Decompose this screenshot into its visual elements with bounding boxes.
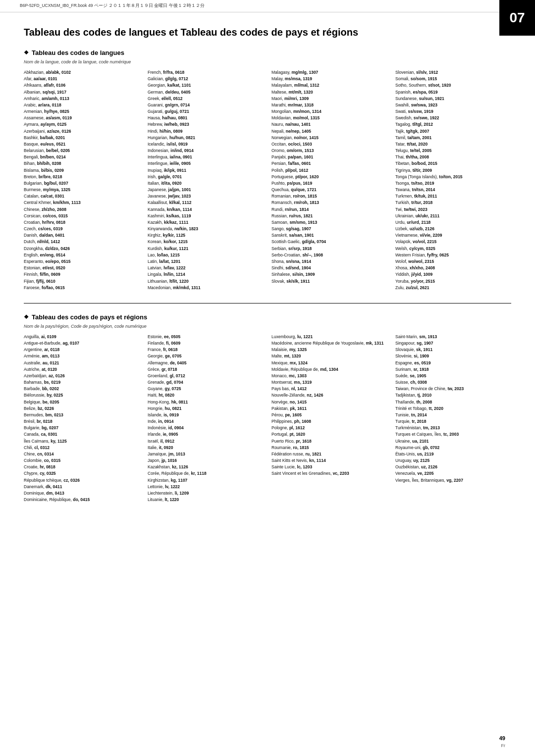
list-item: Fédération russe, ru, 1821 <box>271 451 387 457</box>
list-item: Haïti, ht, 0820 <box>148 392 264 399</box>
list-item: Estonian, et/est, 0520 <box>24 265 140 271</box>
list-item: French, fr/fra, 0618 <box>148 69 264 76</box>
country-col-3: Luxembourg, lu, 1221Macédoine, ancienne … <box>271 334 387 503</box>
list-item: Romanian, ro/ron, 1815 <box>271 193 387 200</box>
list-item: Swahili, sw/swa, 1923 <box>395 102 511 108</box>
list-item: Maori, mi/mri, 1309 <box>271 96 387 102</box>
list-item: Amharic, am/amh, 0113 <box>24 96 140 102</box>
list-item: Albanian, sq/sqi, 1917 <box>24 89 140 96</box>
list-item: Îles Caïmans, ky, 1125 <box>24 438 140 445</box>
list-item: Bulgarian, bg/bul, 0207 <box>24 180 140 187</box>
list-item: Sanskrit, sa/san, 1901 <box>271 232 387 239</box>
lang-col-1: Abkhazian, ab/abk, 0102Afar, aa/aar, 010… <box>24 69 140 291</box>
list-item: Montserrat, ms, 1319 <box>271 379 387 386</box>
list-item: Lingala, ln/lin, 1214 <box>148 271 264 278</box>
list-item: Tamil, ta/tam, 2001 <box>395 135 511 141</box>
section-separator <box>24 303 511 303</box>
list-item: Trinité et Tobago, tt, 2020 <box>395 405 511 412</box>
list-item: Ukraine, ua, 2101 <box>395 438 511 445</box>
list-item: Biélorussie, by, 0225 <box>24 392 140 399</box>
list-item: Aymara, ay/aym, 0125 <box>24 121 140 128</box>
list-item: Catalan, ca/cat, 0301 <box>24 193 140 200</box>
list-item: Georgie, ge, 0705 <box>148 353 264 359</box>
list-item: Tsonga, ts/tso, 2019 <box>395 180 511 187</box>
list-item: Lithuanian, lt/lit, 1220 <box>148 278 264 285</box>
list-item: Dominique, dm, 0413 <box>24 490 140 497</box>
list-item: Oromo, om/orm, 1513 <box>271 148 387 154</box>
list-item: Taiwan, Province de Chine, tw, 2023 <box>395 386 511 392</box>
list-item: Volapük, vo/vol, 2215 <box>395 239 511 245</box>
list-item: Slovak, sk/slk, 1911 <box>271 278 387 285</box>
list-item: Lettonie, lv, 1222 <box>148 484 264 490</box>
list-item: Royaume-uni, gb, 0702 <box>395 445 511 451</box>
page-number: 49 <box>499 735 505 741</box>
list-item: Kirghiz, ky/kir, 1125 <box>148 232 264 239</box>
page-title: Tableau des codes de langues et Tableau … <box>24 26 511 38</box>
list-item: Pays bas, nl, 1412 <box>271 386 387 392</box>
list-item: Spanish, es/spa, 0519 <box>395 89 511 96</box>
header-strip: B6P-52FD_UCXNSM_IB0_FR.book 49 ページ ２０１１年… <box>0 0 535 12</box>
list-item: Turkmen, tk/tuk, 2011 <box>395 193 511 200</box>
list-item: Serbian, sr/srp, 1918 <box>271 246 387 252</box>
list-item: Swati, ss/ssw, 1919 <box>395 108 511 115</box>
list-item: Japon, jp, 1016 <box>148 457 264 464</box>
list-item: Philippines, ph, 1608 <box>271 418 387 425</box>
page-container: B6P-52FD_UCXNSM_IB0_FR.book 49 ページ ２０１１年… <box>0 0 535 756</box>
list-item: Occitan, oc/oci, 1503 <box>271 141 387 148</box>
country-col-1: Anguilla, ai, 0109Antigue-et-Barbude, ag… <box>24 334 140 503</box>
list-item: Pérou, pe, 1605 <box>271 412 387 418</box>
list-item: Thaïlande, th, 2008 <box>395 399 511 405</box>
list-item: Serbo-Croatian, sh/--, 1908 <box>271 252 387 258</box>
list-item: Hausa, ha/hau, 0801 <box>148 115 264 121</box>
list-item: Tigrinya, ti/tir, 2009 <box>395 167 511 174</box>
list-item: Interlingua, ia/ina, 0901 <box>148 154 264 160</box>
list-item: Surinam, sr, 1918 <box>395 366 511 373</box>
list-item: Malagasy, mg/mlg, 1307 <box>271 69 387 76</box>
list-item: Hong-Kong, hk, 0811 <box>148 399 264 405</box>
list-item: Turquie, tr, 2018 <box>395 418 511 425</box>
list-item: Roumanie, ro, 1815 <box>271 445 387 451</box>
list-item: Pakistan, pk, 1611 <box>271 405 387 412</box>
list-item: Basque, eu/eus, 0521 <box>24 141 140 148</box>
list-item: Groenland, gl, 0712 <box>148 373 264 379</box>
list-item: Irish, ga/gle, 0701 <box>148 174 264 180</box>
list-item: Anguilla, ai, 0109 <box>24 334 140 340</box>
list-item: Thai, th/tha, 2008 <box>395 154 511 160</box>
list-item: Kashmiri, ks/kas, 1119 <box>148 213 264 219</box>
list-item: Panjabi, pa/pan, 1601 <box>271 154 387 160</box>
list-item: États-Unis, us, 2119 <box>395 451 511 457</box>
list-item: Faroese, fo/fao, 0615 <box>24 285 140 291</box>
list-item: Portuguese, pt/por, 1620 <box>271 174 387 180</box>
list-item: Hongrie, hu, 0821 <box>148 405 264 412</box>
list-item: Brésil, br, 0218 <box>24 418 140 425</box>
list-item: Sotho, Southern, st/sot, 1920 <box>395 82 511 89</box>
list-item: Czech, cs/ces, 0319 <box>24 226 140 232</box>
list-item: Hebrew, iw/heb, 0923 <box>148 121 264 128</box>
list-item: Hungarian, hu/hun, 0821 <box>148 135 264 141</box>
list-item: Indonesian, in/ind, 0914 <box>148 148 264 154</box>
list-item: Xhosa, xh/xho, 2408 <box>395 265 511 271</box>
list-item: Dzongkha, dz/dzo, 0426 <box>24 246 140 252</box>
list-item: Finnish, fi/fin, 0609 <box>24 271 140 278</box>
list-item: Inde, in, 0914 <box>148 418 264 425</box>
list-item: Inupiaq, ik/ipk, 0911 <box>148 167 264 174</box>
list-item: Grenade, gd, 0704 <box>148 379 264 386</box>
list-item: Corée, République de, kr, 1118 <box>148 470 264 477</box>
list-item: Somali, so/som, 1915 <box>395 76 511 82</box>
list-item: Bislama, bi/bis, 0209 <box>24 167 140 174</box>
list-item: Finlande, fi, 0609 <box>148 340 264 347</box>
list-item: Urdu, ur/urd, 2118 <box>395 219 511 226</box>
list-item: Yiddish, ji/yid, 1009 <box>395 271 511 278</box>
country-col-4: Saint-Marin, sm, 1913Singapour, sg, 1907… <box>395 334 511 503</box>
list-item: English, en/eng, 0514 <box>24 252 140 258</box>
list-item: Quechua, qu/que, 1721 <box>271 187 387 193</box>
list-item: Abkhazian, ab/abk, 0102 <box>24 69 140 76</box>
list-item: Danish, da/dan, 0401 <box>24 232 140 239</box>
list-item: Tunisie, tn, 2014 <box>395 412 511 418</box>
header-text: B6P-52FD_UCXNSM_IB0_FR.book 49 ページ ２０１１年… <box>20 3 205 9</box>
list-item: Suède, se, 1905 <box>395 373 511 379</box>
lang-subheading: Nom de la langue, code de la langue, cod… <box>24 59 511 64</box>
list-item: Irlande, ie, 0905 <box>148 431 264 438</box>
country-columns: Anguilla, ai, 0109Antigue-et-Barbude, ag… <box>24 334 511 503</box>
list-item: Chine, cn, 0314 <box>24 451 140 457</box>
